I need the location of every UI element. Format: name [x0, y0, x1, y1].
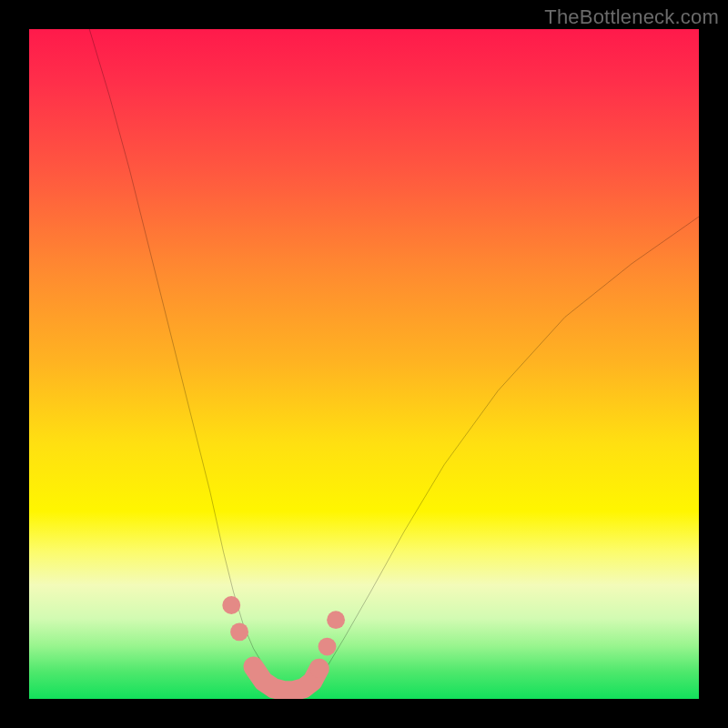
watermark: TheBottleneck.com	[544, 5, 719, 29]
marker-dot	[327, 611, 345, 629]
left-curve	[89, 29, 283, 689]
curve-layer	[29, 29, 699, 699]
marker-dot	[318, 638, 337, 656]
plot-area	[29, 29, 699, 699]
marker-dot	[222, 596, 240, 614]
marker-dot	[310, 660, 329, 678]
chart-frame: TheBottleneck.com	[0, 0, 728, 728]
marker-series	[222, 596, 345, 691]
right-curve	[310, 217, 699, 689]
marker-dot	[230, 622, 248, 641]
marker-segment	[254, 667, 319, 691]
